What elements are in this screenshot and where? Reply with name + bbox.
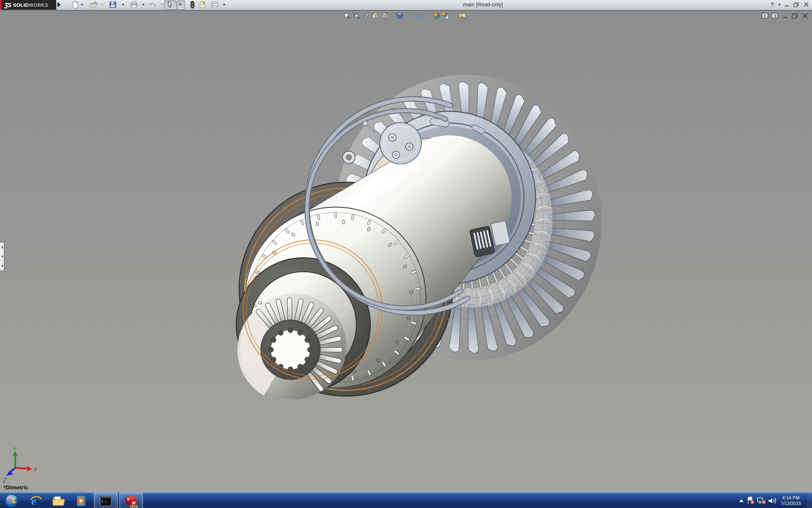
minimize-button[interactable] (783, 1, 791, 8)
taskbar-clock[interactable]: 4:14 PM 7/13/2015 (777, 495, 804, 506)
triad-x-label: X (33, 467, 38, 472)
print-dropdown[interactable] (142, 4, 145, 6)
graphics-viewport[interactable]: Y X Z *Dimetric (0, 10, 812, 493)
view-orientation-label: *Dimetric (3, 484, 28, 491)
help-dropdown[interactable] (778, 4, 781, 6)
close-button[interactable] (803, 1, 810, 8)
select-dropdown[interactable] (179, 4, 181, 6)
center-bore (271, 330, 310, 369)
svg-text:S: S (127, 497, 129, 502)
collapse-arrow-icon (1, 265, 3, 267)
restore-button[interactable] (793, 1, 800, 8)
show-desktop-button[interactable] (807, 493, 812, 508)
design-binder-icon[interactable] (199, 1, 206, 8)
network-status-icon[interactable] (756, 497, 767, 505)
taskbar-command-prompt[interactable]: C:\_ (94, 493, 118, 508)
view-orientation-icon[interactable] (371, 12, 380, 19)
system-tray: 4:14 PM 7/13/2015 (737, 493, 812, 508)
doc-minimize-button[interactable] (782, 13, 789, 19)
logo-text-works: WORKS (29, 3, 48, 8)
options-icon[interactable] (211, 1, 218, 8)
new-document-dropdown[interactable] (81, 4, 83, 6)
options-dropdown[interactable] (223, 4, 225, 6)
cmd-prompt-text: C:\_ (102, 500, 109, 503)
feature-pane-collapse-tab[interactable] (0, 242, 4, 271)
triad-z-label: Z (3, 478, 7, 483)
new-document-icon[interactable] (71, 1, 79, 8)
clock-time: 4:14 PM (777, 495, 804, 501)
jet-engine-model[interactable] (0, 11, 812, 493)
menu-expand-arrow[interactable] (58, 2, 60, 7)
save-icon[interactable] (109, 1, 117, 8)
start-button[interactable] (2, 493, 22, 508)
hide-show-items-icon[interactable] (413, 12, 422, 19)
action-center-flag-icon[interactable] (746, 497, 756, 505)
edit-appearance-icon[interactable] (433, 12, 441, 19)
logo-red-strip (0, 0, 2, 10)
display-style-icon[interactable] (395, 12, 404, 19)
rebuild-traffic-light-icon[interactable] (189, 1, 196, 8)
apply-scene-icon[interactable] (441, 12, 450, 19)
view-settings-icon[interactable] (458, 12, 466, 19)
collapse-arrow-icon (1, 255, 3, 258)
solidworks-2015-icon: S W 2015 (124, 494, 138, 508)
command-prompt-icon: C:\_ (99, 496, 112, 507)
clock-date: 7/13/2015 (777, 501, 804, 506)
undo-icon[interactable] (149, 1, 156, 8)
media-player-icon (75, 494, 88, 507)
help-icon[interactable]: ? (771, 1, 774, 8)
windows-start-orb-icon (5, 494, 19, 508)
taskbar-windows-explorer[interactable] (47, 493, 70, 508)
solidworks-logo: ƷS SOLIDWORKS (0, 0, 56, 10)
collapse-pane-icon[interactable] (762, 13, 769, 19)
show-hidden-icons-arrow[interactable] (737, 498, 746, 504)
section-view-icon[interactable] (362, 12, 371, 19)
save-dropdown[interactable] (122, 4, 124, 6)
folder-icon (52, 495, 66, 507)
taskbar: e C:\_ S W 2015 (0, 492, 812, 508)
zoom-to-fit-icon[interactable] (343, 12, 351, 19)
open-icon[interactable] (90, 1, 98, 8)
sw-year-badge: 2015 (130, 504, 138, 508)
taskbar-internet-explorer[interactable]: e (25, 493, 47, 508)
titlebar: ƷS SOLIDWORKS main [Read-only] ? (0, 0, 812, 10)
volume-icon[interactable] (767, 497, 777, 505)
zoom-to-area-icon[interactable] (352, 12, 361, 19)
taskbar-media-player[interactable] (70, 493, 93, 508)
doc-close-button[interactable] (801, 13, 809, 19)
open-dropdown[interactable] (101, 4, 103, 6)
annotation-views-icon[interactable] (381, 12, 389, 19)
collapse-arrow-icon (1, 246, 3, 248)
bolt-flange (380, 122, 421, 164)
print-icon[interactable] (130, 1, 138, 8)
internet-explorer-icon: e (30, 494, 42, 507)
triad-y-label: Y (13, 446, 16, 452)
window-title: main [Read-only] (449, 2, 517, 8)
logo-text-solid: SOLID (13, 3, 29, 8)
solidworks-logo-mark: ƷS (4, 2, 11, 8)
select-cursor-icon[interactable] (166, 1, 174, 8)
doc-restore-button[interactable] (791, 13, 798, 19)
taskbar-solidworks[interactable]: S W 2015 (119, 493, 143, 508)
undo-dropdown[interactable] (161, 4, 163, 6)
expand-pane-icon[interactable] (771, 13, 779, 19)
